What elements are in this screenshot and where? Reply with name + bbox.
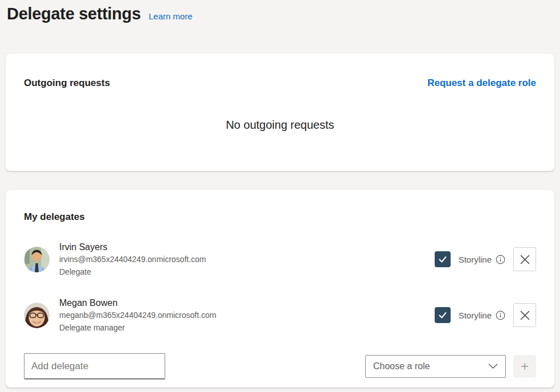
- delegate-email: meganb@m365x24404249.onmicrosoft.com: [59, 311, 216, 320]
- outgoing-requests-card: Outgoing requests Request a delegate rol…: [6, 54, 554, 171]
- delegate-row-megan-bowen: Megan Bowen meganb@m365x24404249.onmicro…: [24, 297, 536, 333]
- avatar-photo-icon: [24, 247, 50, 272]
- delegate-settings-page: Delegate settings Learn more Outgoing re…: [0, 0, 560, 387]
- avatar-megan-bowen: [24, 303, 50, 328]
- delegate-row-irvin-sayers: Irvin Sayers irvins@m365x24404249.onmicr…: [24, 242, 536, 277]
- info-icon[interactable]: [496, 311, 505, 320]
- storyline-label: Storyline: [459, 311, 492, 320]
- add-delegate-input[interactable]: [24, 353, 165, 379]
- my-delegates-heading: My delegates: [24, 211, 536, 223]
- delegate-role: Delegate: [59, 267, 206, 277]
- choose-role-dropdown[interactable]: Choose a role: [365, 355, 506, 378]
- add-delegate-row: Choose a role +: [24, 353, 536, 379]
- my-delegates-card: My delegates: [6, 190, 554, 387]
- learn-more-link[interactable]: Learn more: [149, 11, 193, 21]
- storyline-label: Storyline: [459, 255, 492, 264]
- remove-delegate-button[interactable]: [513, 303, 536, 327]
- delegate-role: Delegate manager: [59, 323, 216, 333]
- avatar-photo-icon: [24, 303, 50, 328]
- delegate-info: Megan Bowen meganb@m365x24404249.onmicro…: [59, 297, 216, 333]
- delegate-name: Irvin Sayers: [59, 242, 206, 253]
- chevron-down-icon: [488, 364, 498, 369]
- storyline-checkbox[interactable]: [435, 307, 451, 323]
- role-selection-group: Choose a role +: [365, 355, 536, 378]
- close-icon: [520, 254, 530, 265]
- storyline-checkbox[interactable]: [435, 251, 451, 267]
- delegate-name: Megan Bowen: [59, 297, 216, 309]
- no-outgoing-requests-message: No outgoing requests: [24, 119, 536, 132]
- add-delegate-button[interactable]: +: [513, 355, 536, 378]
- avatar-irvin-sayers: [24, 247, 50, 272]
- close-icon: [520, 310, 530, 321]
- info-icon[interactable]: [496, 255, 505, 264]
- outgoing-requests-heading: Outgoing requests: [24, 77, 110, 89]
- delegate-info: Irvin Sayers irvins@m365x24404249.onmicr…: [59, 242, 206, 277]
- checkmark-icon: [438, 254, 448, 264]
- page-title: Delegate settings: [7, 5, 141, 23]
- remove-delegate-button[interactable]: [513, 247, 536, 271]
- request-delegate-role-link[interactable]: Request a delegate role: [427, 77, 536, 89]
- choose-role-value: Choose a role: [373, 361, 430, 371]
- outgoing-requests-header-row: Outgoing requests Request a delegate rol…: [24, 77, 536, 89]
- delegate-email: irvins@m365x24404249.onmicrosoft.com: [59, 255, 206, 264]
- checkmark-icon: [438, 310, 448, 320]
- page-header: Delegate settings Learn more: [7, 5, 553, 23]
- delegate-row-controls: Storyline: [435, 303, 536, 327]
- delegate-row-controls: Storyline: [435, 247, 536, 271]
